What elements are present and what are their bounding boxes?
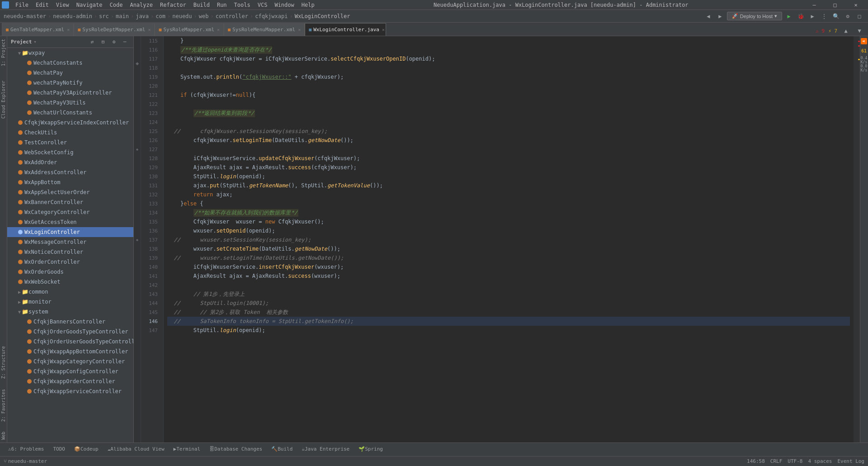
tree-wx-address-controller[interactable]: WxAddressController — [7, 167, 133, 177]
tree-wx-app-bottom[interactable]: WxAppBottom — [7, 177, 133, 187]
tab-gen-table-mapper[interactable]: ■ GenTableMapper.xml ✕ — [2, 23, 74, 36]
gutter-121[interactable] — [134, 36, 141, 45]
problems-tab[interactable]: ⚠ 6: Problems — [4, 443, 48, 456]
tree-cfqkj-wxapp-order[interactable]: CfqkjWxappOrderController — [7, 376, 133, 386]
tree-wx-get-access-token[interactable]: WxGetAccessToken — [7, 217, 133, 227]
tree-system-folder[interactable]: ▼ 📁 system — [7, 307, 133, 317]
settings-icon[interactable]: ⚙ — [843, 11, 853, 21]
memory-indicator[interactable]: 61 — [861, 46, 867, 55]
tree-wx-login-controller[interactable]: WxLoginController — [7, 227, 133, 237]
coverage-button[interactable]: ▶ — [807, 11, 817, 21]
tree-wechat-url-constants[interactable]: WechatUrlConstants — [7, 108, 133, 118]
tree-cfqkj-wxapp-bottom[interactable]: CfqkjWxappAppBottomController — [7, 347, 133, 357]
encoding-indicator[interactable]: UTF-8 — [788, 458, 802, 464]
tree-test-conroller[interactable]: TestConroller — [7, 138, 133, 147]
tree-cfqkj-order-goods-type[interactable]: CfqkjOrderGoodsTypeController — [7, 327, 133, 337]
forward-icon[interactable]: ▶ — [715, 11, 725, 21]
favorites-label[interactable]: 2: Favorites — [0, 386, 6, 424]
structure-label[interactable]: Z: Structure — [0, 343, 6, 381]
tab-sys-role[interactable]: ■ SysRoleMapper.xml ✕ — [155, 23, 224, 36]
line-ending-indicator[interactable]: CRLF — [770, 458, 783, 464]
tab-close-icon5[interactable]: ✕ — [382, 27, 385, 32]
cloud-explorer-label[interactable]: Cloud Explorer — [0, 78, 6, 121]
breadcrumb-controller[interactable]: controller — [216, 13, 248, 19]
code-lines[interactable]: } /**先通过openid来查询是否存在*/ CfqkjWxuser cfqk… — [164, 36, 854, 442]
tab-close-icon3[interactable]: ✕ — [217, 27, 220, 32]
breadcrumb-module[interactable]: neuedu-admin — [53, 13, 92, 19]
web-label[interactable]: Web — [0, 429, 6, 442]
menu-tools[interactable]: Tools — [231, 0, 254, 10]
tree-wx-add-order[interactable]: WxAddOrder — [7, 157, 133, 167]
tree-monitor-folder[interactable]: ▶ 📁 monitor — [7, 297, 133, 307]
gutter-fold[interactable]: ◆ — [134, 45, 141, 63]
menu-help[interactable]: Help — [298, 0, 318, 10]
indent-indicator[interactable]: 4 spaces — [808, 458, 832, 464]
terminal-tab[interactable]: ▶ Terminal — [169, 443, 205, 456]
breadcrumb-current[interactable]: WxLoginController — [295, 13, 350, 19]
debug-button[interactable]: 🐞 — [796, 11, 806, 21]
tree-cfqkj-wxapp-service[interactable]: CfqkjWxappServiceIndexController — [7, 118, 133, 128]
menu-edit[interactable]: Edit — [32, 0, 52, 10]
maximize-button[interactable]: □ — [825, 0, 845, 10]
settings-sidebar-icon[interactable]: ⚙ — [109, 37, 119, 47]
tree-wx-order-controller[interactable]: WxOrderController — [7, 257, 133, 267]
maximize-editor-icon[interactable]: □ — [854, 11, 864, 21]
tab-sys-role-menu[interactable]: ■ SysRoleMenuMapper.xml ✕ — [224, 23, 305, 36]
menu-refactor[interactable]: Refactor — [156, 0, 190, 10]
git-branch[interactable]: ⑂ neuedu-master — [4, 458, 47, 464]
event-log-indicator[interactable]: Event Log — [837, 458, 864, 464]
tree-wx-notice[interactable]: WxNoticeController — [7, 247, 133, 257]
menu-navigate[interactable]: Navigate — [73, 0, 106, 10]
tree-wechat-pay-v3-api[interactable]: WechatPayV3ApiController — [7, 88, 133, 98]
gutter-143[interactable]: ◆ — [134, 235, 141, 244]
tab-sys-role-dept[interactable]: ■ SysRoleDeptMapper.xml ✕ — [74, 23, 155, 36]
tab-wx-login-controller[interactable]: ■ WxLoginController.java ✕ — [305, 23, 386, 36]
close-button[interactable]: ✕ — [845, 0, 866, 10]
scroll-indicator[interactable] — [854, 36, 860, 442]
breadcrumb-com[interactable]: com — [156, 13, 165, 19]
java-enterprise-tab[interactable]: ☕ Java Enterprise — [297, 443, 354, 456]
tree-wx-websocket[interactable]: WxWebSocket — [7, 277, 133, 287]
tree-wx-app-select-user-order[interactable]: WxAppSelectUserOrder — [7, 187, 133, 197]
minimize-button[interactable]: — — [804, 0, 825, 10]
tree-wx-banner[interactable]: WxBannerController — [7, 197, 133, 207]
breadcrumb-project[interactable]: neuedu-master — [4, 13, 46, 19]
menu-window[interactable]: Window — [271, 0, 297, 10]
sync-icon[interactable]: ⇄ — [87, 37, 97, 47]
tree-wx-message[interactable]: WxMessageController — [7, 237, 133, 247]
scroll-down-icon[interactable]: ▼ — [854, 26, 864, 36]
menu-analyze[interactable]: Analyze — [126, 0, 156, 10]
tree-cfqkj-wxapp-category[interactable]: CfqkjWxappCategoryController — [7, 357, 133, 366]
tree-cfqkj-banners[interactable]: CfqkjBannersController — [7, 317, 133, 327]
project-panel-label[interactable]: 1: Project — [0, 36, 6, 69]
tree-wechat-pay-notify[interactable]: wechatPayNotify — [7, 78, 133, 88]
alibaba-cloud-view-tab[interactable]: ☁ Alibaba Cloud View — [103, 443, 169, 456]
build-tab[interactable]: 🔨 Build — [267, 443, 297, 456]
menu-view[interactable]: View — [52, 0, 73, 10]
collapse-icon[interactable]: ⊟ — [98, 37, 108, 47]
tree-wechat-pay[interactable]: WechatPay — [7, 68, 133, 78]
database-changes-tab[interactable]: 🗄 Database Changes — [205, 443, 267, 456]
breadcrumb-java[interactable]: java — [136, 13, 149, 19]
menu-file[interactable]: File — [12, 0, 32, 10]
tab-close-icon[interactable]: ✕ — [67, 27, 70, 32]
menu-code[interactable]: Code — [106, 0, 127, 10]
alibaba-widget[interactable]: A — [861, 38, 867, 44]
run-button[interactable]: ▶ — [784, 11, 794, 21]
tab-close-icon4[interactable]: ✕ — [298, 27, 301, 32]
breadcrumb-src[interactable]: src — [99, 13, 109, 19]
menu-vcs[interactable]: VCS — [254, 0, 271, 10]
codeup-tab[interactable]: 📦 Codeup — [70, 443, 103, 456]
menu-build[interactable]: Build — [190, 0, 213, 10]
tree-wx-order-goods[interactable]: WxOrderGoods — [7, 267, 133, 277]
menu-run[interactable]: Run — [213, 0, 231, 10]
tab-close-icon2[interactable]: ✕ — [148, 27, 151, 32]
scroll-up-icon[interactable]: ▲ — [841, 26, 851, 36]
breadcrumb-main[interactable]: main — [116, 13, 129, 19]
tree-wechat-pay-v3-utils[interactable]: WechatPayV3Utils — [7, 98, 133, 108]
tree-wechat-constants[interactable]: WechatConstants — [7, 58, 133, 68]
todo-tab[interactable]: TODO — [48, 443, 70, 456]
spring-tab[interactable]: 🌱 Spring — [354, 443, 387, 456]
tree-check-utils[interactable]: CheckUtils — [7, 128, 133, 138]
tree-wxpay-folder[interactable]: ▼ 📁 wxpay — [7, 48, 133, 58]
